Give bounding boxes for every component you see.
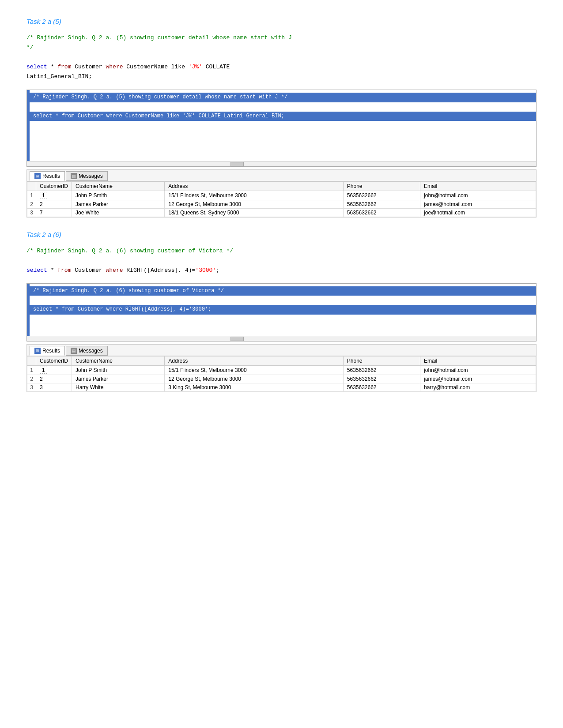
task2-row2-phone: 5635632662 — [343, 375, 420, 383]
task2-row2-email: james@hotmail.com — [420, 375, 536, 383]
task2-row1-email: john@hotmail.com — [420, 366, 536, 375]
task1-editor-inner: /* Rajinder Singh. Q 2 a. (5) showing cu… — [27, 90, 536, 161]
task2-results-table-container: CustomerID CustomerName Address Phone Em… — [26, 356, 537, 392]
task1-editor-blank4 — [33, 139, 533, 149]
task2-section: Task 2 a (6) /* Rajinder Singh. Q 2 a. (… — [26, 231, 537, 392]
task2-row2-num: 2 — [27, 375, 36, 383]
task1-editor-panel: /* Rajinder Singh. Q 2 a. (5) showing cu… — [26, 90, 537, 166]
task2-row3-phone: 5635632662 — [343, 383, 420, 392]
task1-comment-end: */ — [26, 44, 34, 51]
task2-row2-addr: 12 George St, Melbourne 3000 — [165, 375, 344, 383]
task1-row2-name: James Parker — [72, 200, 165, 208]
task1-row2-addr: 12 George St, Melbourne 3000 — [165, 200, 344, 208]
task2-title: Task 2 a (6) — [26, 231, 537, 238]
task2-row1-name: John P Smith — [72, 366, 165, 375]
task2-row1-id: 1 — [36, 366, 72, 375]
task2-th-email: Email — [420, 356, 536, 366]
task1-title: Task 2 a (5) — [26, 18, 537, 25]
task2-th-phone: Phone — [343, 356, 420, 366]
task2-tab-results-label: Results — [42, 348, 60, 354]
task1-row1-name: John P Smith — [72, 191, 165, 200]
task2-th-address: Address — [165, 356, 344, 366]
task1-tabs: ⊞ Results ▤ Messages — [26, 169, 537, 181]
task1-row1-id: 1 — [36, 191, 72, 200]
task1-results-icon: ⊞ — [34, 173, 41, 179]
task2-tabs: ⊞ Results ▤ Messages — [26, 344, 537, 356]
task1-th-customername: CustomerName — [72, 181, 165, 191]
task2-scrollbar-thumb[interactable] — [230, 337, 244, 341]
task1-results-table: CustomerID CustomerName Address Phone Em… — [27, 181, 536, 217]
task1-section: Task 2 a (5) /* Rajinder Singh. Q 2 a. (… — [26, 18, 537, 218]
task1-kw-where: where — [106, 64, 123, 70]
task1-row2-id: 2 — [36, 200, 72, 208]
task2-row3-email: harry@hotmail.com — [420, 383, 536, 392]
task1-scrollbar[interactable] — [27, 161, 536, 166]
task2-kw-where: where — [106, 267, 123, 274]
task1-row3-phone: 5635632662 — [343, 208, 420, 217]
task2-row3-num: 3 — [27, 383, 36, 392]
task1-scrollbar-thumb[interactable] — [230, 162, 244, 166]
task1-row3-name: Joe White — [72, 208, 165, 217]
task1-row2-phone: 5635632662 — [343, 200, 420, 208]
task2-th-customerid: CustomerID — [36, 356, 72, 366]
task1-header-row: CustomerID CustomerName Address Phone Em… — [27, 181, 536, 191]
task2-results-table: CustomerID CustomerName Address Phone Em… — [27, 356, 536, 392]
task2-row1-addr: 15/1 Flinders St, Melbourne 3000 — [165, 366, 344, 375]
table-row: 1 1 John P Smith 15/1 Flinders St, Melbo… — [27, 191, 536, 200]
task1-tab-results-label: Results — [42, 173, 60, 179]
task2-tab-messages[interactable]: ▤ Messages — [66, 346, 108, 356]
task2-results-icon: ⊞ — [34, 348, 41, 354]
task2-comment: /* Rajinder Singh. Q 2 a. (6) showing cu… — [26, 248, 233, 254]
table-row: 3 7 Joe White 18/1 Queens St, Sydney 500… — [27, 208, 536, 217]
task2-kw-from: from — [57, 267, 71, 274]
task2-sql-fn: RIGHT([Address], 4)= — [126, 267, 195, 274]
task2-header-row: CustomerID CustomerName Address Phone Em… — [27, 356, 536, 366]
task1-sql-table: Customer — [75, 64, 106, 70]
task1-kw-like: like — [171, 64, 185, 70]
task1-editor-line1: /* Rajinder Singh. Q 2 a. (5) showing cu… — [30, 93, 536, 102]
task2-th-customername: CustomerName — [72, 356, 165, 366]
task1-row2-num: 2 — [27, 200, 36, 208]
task2-editor-blank2 — [33, 315, 533, 324]
task1-code-display: /* Rajinder Singh. Q 2 a. (5) showing cu… — [26, 33, 537, 82]
task1-table-head: CustomerID CustomerName Address Phone Em… — [27, 181, 536, 191]
task2-table-body: 1 1 John P Smith 15/1 Flinders St, Melbo… — [27, 366, 536, 392]
table-row: 2 2 James Parker 12 George St, Melbourne… — [27, 200, 536, 208]
task1-editor-blank1 — [33, 102, 533, 112]
task1-th-empty — [27, 181, 36, 191]
task2-row2-id: 2 — [36, 375, 72, 383]
task1-row1-addr: 15/1 Flinders St, Melbourne 3000 — [165, 191, 344, 200]
task1-sql-col: CustomerName — [126, 64, 171, 70]
task1-row3-email: joe@hotmail.com — [420, 208, 536, 217]
task1-row2-email: james@hotmail.com — [420, 200, 536, 208]
task1-kw-from: from — [57, 64, 71, 70]
task1-editor-blank2 — [33, 121, 533, 130]
task1-kw-select: select — [26, 64, 47, 70]
task2-editor-line1: /* Rajinder Singh. Q 2 a. (6) showing cu… — [30, 286, 536, 296]
task2-tab-results[interactable]: ⊞ Results — [30, 346, 65, 356]
task2-row3-addr: 3 King St, Melbourne 3000 — [165, 383, 344, 392]
task2-editor-blank3 — [33, 324, 533, 333]
task2-code-display: /* Rajinder Singh. Q 2 a. (6) showing cu… — [26, 246, 537, 275]
task1-tab-results[interactable]: ⊞ Results — [30, 171, 65, 181]
task1-results-table-container: CustomerID CustomerName Address Phone Em… — [26, 181, 537, 218]
task1-row3-addr: 18/1 Queens St, Sydney 5000 — [165, 208, 344, 217]
task1-editor-blank5 — [33, 149, 533, 158]
task2-kw-select: select — [26, 267, 47, 274]
task2-sql-semi: ; — [216, 267, 219, 274]
task1-kw-collate: COLLATE — [206, 64, 230, 70]
task2-editor-content[interactable]: /* Rajinder Singh. Q 2 a. (6) showing cu… — [30, 284, 536, 336]
task2-scrollbar[interactable] — [27, 336, 536, 341]
task2-row1-num: 1 — [27, 366, 36, 375]
task2-row1-phone: 5635632662 — [343, 366, 420, 375]
task1-editor-content[interactable]: /* Rajinder Singh. Q 2 a. (5) showing cu… — [30, 90, 536, 161]
task2-row2-name: James Parker — [72, 375, 165, 383]
task1-th-phone: Phone — [343, 181, 420, 191]
task1-comment: /* Rajinder Singh. Q 2 a. (5) showing cu… — [26, 34, 292, 41]
task2-th-empty — [27, 356, 36, 366]
task2-row3-name: Harry White — [72, 383, 165, 392]
task2-table-head: CustomerID CustomerName Address Phone Em… — [27, 356, 536, 366]
task1-tab-messages[interactable]: ▤ Messages — [66, 171, 108, 181]
task2-editor-line2: select * from Customer where RIGHT([Addr… — [30, 305, 536, 314]
task2-tab-messages-label: Messages — [79, 348, 103, 354]
